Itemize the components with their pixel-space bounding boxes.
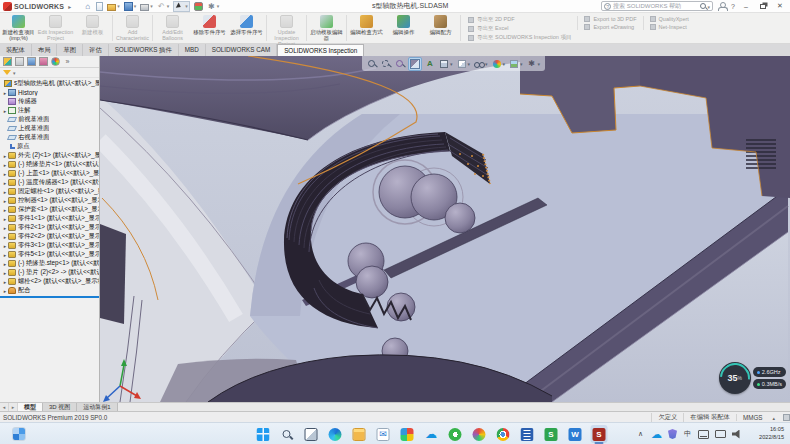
- ribbon-button[interactable]: 选择零件序号: [228, 13, 265, 43]
- tree-item[interactable]: 传感器: [0, 97, 99, 106]
- tray-icon[interactable]: [698, 430, 709, 439]
- dropdown-caret-icon[interactable]: [485, 60, 488, 67]
- view-tool-button[interactable]: [380, 58, 392, 70]
- tree-item[interactable]: ▸ History: [0, 88, 99, 97]
- quick-access-button[interactable]: ▾: [173, 1, 190, 12]
- quick-access-button[interactable]: [83, 2, 92, 11]
- panel-tab[interactable]: [15, 57, 24, 66]
- performance-widget[interactable]: 35% 2.6GHz 0.3MB/s: [719, 362, 786, 394]
- taskbar-app-button[interactable]: W: [567, 425, 584, 443]
- dropdown-caret-icon[interactable]: ▾: [167, 3, 170, 9]
- taskbar-app-button[interactable]: S: [591, 425, 608, 443]
- tree-item[interactable]: ▸ 螺栓<2> (默认<<默认>_显示状态: [0, 277, 99, 286]
- close-button[interactable]: ✕: [774, 1, 786, 12]
- view-tool-button[interactable]: [394, 58, 406, 70]
- tree-item[interactable]: ▸ 零件1<1> (默认<<默认>_显示状态: [0, 214, 99, 223]
- export-menu-item[interactable]: QualityXpert: [650, 16, 689, 22]
- tree-item[interactable]: ▸ (-) 绝缘垫.step<1> (默认<<默认>_: [0, 259, 99, 268]
- tree-item[interactable]: 前视基准面: [0, 115, 99, 124]
- dropdown-caret-icon[interactable]: [450, 60, 453, 67]
- taskbar-app-button[interactable]: [399, 425, 416, 443]
- taskbar-app-button[interactable]: [423, 425, 440, 443]
- tree-item[interactable]: ▸ 零件2<1> (默认<<默认>_显示状态: [0, 223, 99, 232]
- ribbon-button[interactable]: Edit Inspection Project: [37, 13, 74, 43]
- export-menu-item[interactable]: Export to 3D PDF: [584, 16, 636, 22]
- quick-access-button[interactable]: ▾: [107, 2, 120, 11]
- units-caret-icon[interactable]: [771, 414, 775, 421]
- ribbon-button[interactable]: 新建检查项目 (imp;%): [0, 13, 37, 43]
- taskbar-app-button[interactable]: [471, 425, 488, 443]
- status-item[interactable]: 在编辑 装配体: [683, 413, 736, 422]
- ribbon-button[interactable]: Add/Edit Balloons: [154, 13, 191, 43]
- taskbar-app-button[interactable]: [303, 425, 320, 443]
- ribbon-button[interactable]: 编辑检查方式: [348, 13, 385, 43]
- view-tool-button[interactable]: [473, 58, 489, 70]
- taskbar-app-button[interactable]: [327, 425, 344, 443]
- view-tool-button[interactable]: [491, 58, 507, 70]
- taskbar-app-button[interactable]: [255, 425, 272, 443]
- command-tab[interactable]: SOLIDWORKS Inspection: [277, 44, 364, 56]
- ribbon-button[interactable]: 编辑配方: [422, 13, 459, 43]
- 3d-viewport[interactable]: 35% 2.6GHz 0.3MB/s: [100, 56, 790, 402]
- quick-access-button[interactable]: ▾: [124, 2, 137, 11]
- filter-caret-icon[interactable]: [13, 69, 16, 76]
- ribbon-button[interactable]: 启动模板编辑器: [308, 13, 345, 43]
- dropdown-caret-icon[interactable]: [468, 60, 471, 67]
- view-tool-button[interactable]: [526, 58, 542, 70]
- restore-button[interactable]: [757, 1, 769, 12]
- quick-access-button[interactable]: [194, 2, 203, 11]
- ribbon-button[interactable]: Add Characteristic: [114, 13, 151, 43]
- filter-funnel-icon[interactable]: [3, 70, 11, 75]
- quick-access-button[interactable]: [96, 2, 103, 11]
- export-menu-item[interactable]: 导出至 Excel: [468, 25, 571, 32]
- command-tab[interactable]: 布局: [32, 44, 58, 56]
- view-tool-button[interactable]: [438, 58, 454, 70]
- export-menu-item[interactable]: 导出至 2D PDF: [468, 16, 571, 23]
- taskbar-app-button[interactable]: [375, 425, 392, 443]
- command-tab[interactable]: 评估: [83, 44, 109, 56]
- tray-icon[interactable]: [715, 430, 726, 438]
- tree-item[interactable]: ▸ 外壳 (2)<1> (默认<<默认>_显示状: [0, 151, 99, 160]
- dropdown-caret-icon[interactable]: ▾: [185, 3, 188, 9]
- tree-item[interactable]: ▸ (-) 绝缘垫片<1> (默认<<默认>_显: [0, 160, 99, 169]
- taskbar-clock[interactable]: 16:05 2022/8/15: [759, 426, 784, 441]
- taskbar-app-button[interactable]: [495, 425, 512, 443]
- tree-item[interactable]: 上视基准面: [0, 124, 99, 133]
- help-search-box[interactable]: 搜索 SOLIDWORKS 帮助: [601, 1, 713, 11]
- tree-filter-row[interactable]: [0, 68, 99, 78]
- export-menu-item[interactable]: Net-Inspect: [650, 24, 689, 30]
- tray-icon[interactable]: ∧: [636, 427, 645, 441]
- command-tab[interactable]: SOLIDWORKS CAM: [206, 44, 277, 56]
- quick-access-button[interactable]: ▾: [157, 2, 170, 11]
- tree-item[interactable]: ▸ (-) 上盖<1> (默认<<默认>_显示状: [0, 169, 99, 178]
- tree-item[interactable]: 原点: [0, 142, 99, 151]
- tree-item[interactable]: ▸ (-) 垫片 (2)<2> -> (默认<<默认>_: [0, 268, 99, 277]
- dropdown-caret-icon[interactable]: [503, 60, 506, 67]
- status-item[interactable]: 欠定义: [651, 413, 683, 422]
- quick-access-button[interactable]: ▾: [207, 2, 220, 11]
- taskbar-app-button[interactable]: [519, 425, 536, 443]
- taskbar-app-button[interactable]: [351, 425, 368, 443]
- panel-tab[interactable]: »: [63, 57, 72, 66]
- tree-item[interactable]: 右视基准面: [0, 133, 99, 142]
- status-item[interactable]: MMGS: [736, 414, 769, 421]
- tab-scroll-left-icon[interactable]: [0, 403, 9, 411]
- view-tool-button[interactable]: [508, 58, 524, 70]
- tray-icon[interactable]: [668, 429, 677, 439]
- document-tab[interactable]: 模型: [18, 403, 43, 411]
- menu-flyout-arrow-icon[interactable]: [68, 3, 71, 10]
- user-account-icon[interactable]: [718, 2, 726, 10]
- tree-item[interactable]: ▸ 注解: [0, 106, 99, 115]
- cpu-usage-dial[interactable]: 35%: [719, 362, 751, 394]
- command-tab[interactable]: 草图: [57, 44, 83, 56]
- tab-scroll-right-icon[interactable]: [9, 403, 18, 411]
- panel-tab[interactable]: [51, 57, 60, 66]
- dropdown-caret-icon[interactable]: [520, 60, 523, 67]
- panel-tab[interactable]: [3, 57, 12, 66]
- view-tool-button[interactable]: [424, 58, 436, 70]
- dropdown-caret-icon[interactable]: ▾: [150, 3, 153, 9]
- tree-item[interactable]: ▸ 固定螺栓<1> (默认<<默认>_显示: [0, 187, 99, 196]
- ribbon-button[interactable]: 移除零件序号: [191, 13, 228, 43]
- command-tab[interactable]: SOLIDWORKS 插件: [109, 44, 179, 56]
- view-tool-button[interactable]: [456, 58, 472, 70]
